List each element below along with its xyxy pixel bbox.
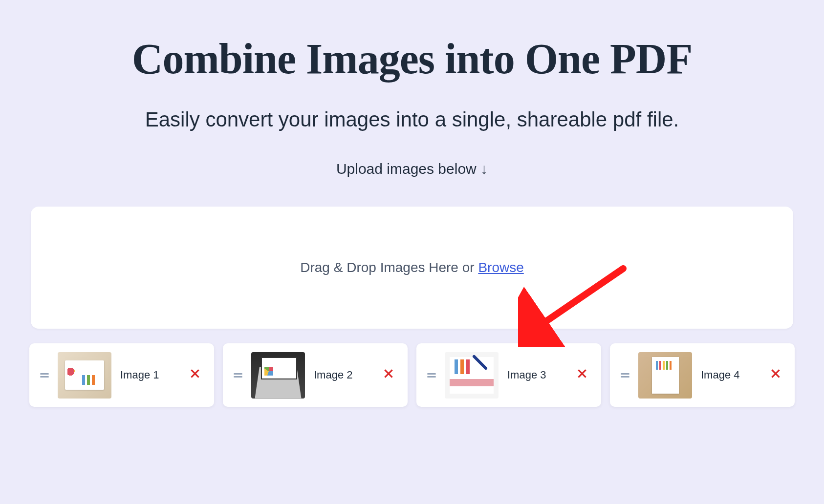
remove-image-button[interactable] [187, 365, 203, 385]
image-card[interactable]: Image 3 [416, 343, 601, 407]
remove-image-button[interactable] [767, 365, 784, 385]
image-label: Image 1 [120, 368, 178, 382]
dropzone-prefix: Drag & Drop Images Here or [300, 260, 478, 275]
close-icon [576, 367, 588, 380]
image-thumbnail [445, 352, 499, 399]
drag-handle-icon[interactable] [40, 373, 49, 378]
image-thumbnail [251, 352, 305, 399]
image-card[interactable]: Image 2 [223, 343, 408, 407]
dropzone-text: Drag & Drop Images Here or Browse [300, 260, 524, 275]
image-thumbnail [58, 352, 111, 399]
image-card[interactable]: Image 1 [29, 343, 214, 407]
image-label: Image 3 [507, 368, 565, 382]
page-subtitle: Easily convert your images into a single… [29, 108, 795, 131]
drag-handle-icon[interactable] [427, 373, 436, 378]
image-cards-row: Image 1 Image 2 Image 3 Image 4 [0, 343, 824, 407]
upload-instruction: Upload images below ↓ [29, 161, 795, 177]
remove-image-button[interactable] [574, 365, 590, 385]
image-card[interactable]: Image 4 [610, 343, 795, 407]
close-icon [382, 367, 395, 380]
browse-link[interactable]: Browse [478, 260, 523, 275]
image-thumbnail [638, 352, 692, 399]
drag-handle-icon[interactable] [234, 373, 242, 378]
drag-handle-icon[interactable] [621, 373, 629, 378]
remove-image-button[interactable] [380, 365, 397, 385]
page-title: Combine Images into One PDF [29, 34, 795, 84]
close-icon [189, 367, 201, 380]
image-label: Image 2 [314, 368, 371, 382]
image-label: Image 4 [701, 368, 759, 382]
dropzone[interactable]: Drag & Drop Images Here or Browse [31, 207, 793, 329]
close-icon [769, 367, 782, 380]
